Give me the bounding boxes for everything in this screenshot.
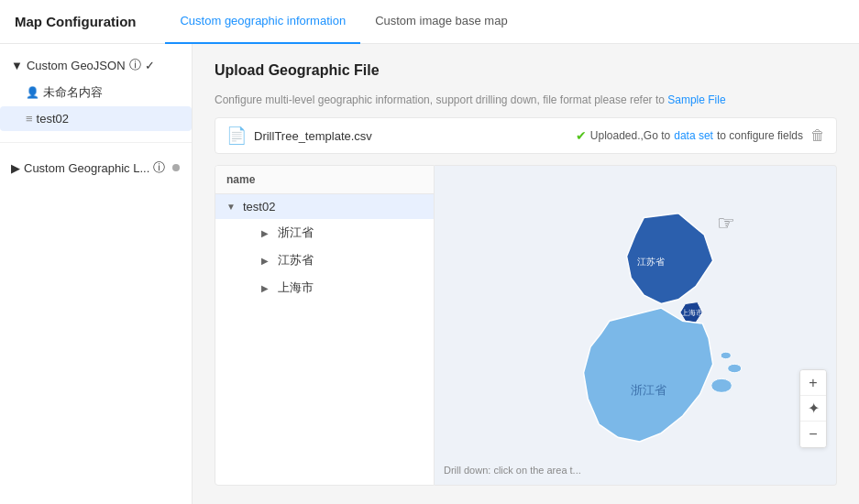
tree-label-zhejiang: 浙江省: [278, 225, 314, 241]
island3: [721, 352, 731, 359]
file-status-area: ✔ Uploaded.,Go to data set to configure …: [576, 128, 803, 143]
zoom-in-button[interactable]: +: [800, 370, 826, 396]
tree-label-jiangsu: 江苏省: [278, 252, 314, 268]
file-name-label: DrillTree_template.csv: [254, 129, 568, 143]
geojson-badge: ✓: [145, 59, 155, 72]
info-icon: ⓘ: [129, 57, 141, 73]
sidebar-geo-layer-header[interactable]: ▶ Custom Geographic L... ⓘ: [0, 154, 192, 181]
upload-desc-text: Configure multi-level geographic informa…: [215, 93, 665, 106]
island2: [728, 364, 742, 372]
shanghai-label: 上海市: [681, 308, 703, 317]
map-panel[interactable]: 江苏省 上海市 浙江省 ☞ + ✦: [435, 165, 837, 486]
file-upload-row: 📄 DrillTree_template.csv ✔ Uploaded.,Go …: [215, 117, 837, 154]
map-controls: + ✦ −: [799, 369, 827, 448]
tab-img[interactable]: Custom image base map: [360, 0, 523, 44]
zoom-out-button[interactable]: −: [800, 422, 826, 447]
sidebar-geojson-label: Custom GeoJSON: [27, 59, 126, 72]
file-status-text: Uploaded.,Go to: [590, 129, 670, 142]
sidebar-geo-layer-label: Custom Geographic L...: [24, 161, 149, 175]
tree-row-jiangsu[interactable]: ▶ 江苏省: [215, 247, 434, 274]
sidebar-geojson-section: ▼ Custom GeoJSON ⓘ ✓ 👤 未命名内容 ≡ test02: [0, 44, 192, 138]
reset-button[interactable]: ✦: [800, 396, 826, 422]
tree-row-zhejiang[interactable]: ▶ 浙江省: [215, 219, 434, 247]
tab-geo[interactable]: Custom geographic information: [165, 0, 360, 44]
upload-description: Configure multi-level geographic informa…: [215, 93, 837, 106]
sidebar-item-test02[interactable]: ≡ test02: [0, 106, 192, 131]
map-svg: 江苏省 上海市 浙江省: [435, 166, 836, 485]
upload-title: Upload Geographic File: [215, 62, 837, 79]
dot-indicator: [172, 164, 180, 171]
tree-arrow-test02: ▼: [226, 202, 237, 212]
user-icon: 👤: [26, 86, 39, 99]
file-status-suffix: to configure fields: [717, 129, 803, 142]
sidebar-item-unnamed[interactable]: 👤 未命名内容: [0, 79, 192, 106]
island1: [711, 378, 732, 392]
tree-arrow-jiangsu: ▶: [261, 256, 272, 266]
tree-label-test02: test02: [243, 200, 275, 214]
region-zhejiang[interactable]: [584, 308, 713, 442]
jiangsu-label: 江苏省: [637, 257, 665, 267]
tree-row-shanghai[interactable]: ▶ 上海市: [215, 274, 434, 301]
sample-file-link[interactable]: Sample File: [667, 93, 725, 106]
tab-bar: Custom geographic information Custom ima…: [165, 0, 522, 44]
stack-icon: ≡: [26, 112, 33, 126]
check-icon: ✔: [576, 128, 587, 143]
app-title: Map Configuration: [15, 14, 136, 29]
tree-arrow-shanghai: ▶: [261, 283, 272, 293]
tree-map-split: name ▼ test02 ▶ 浙江省 ▶ 江苏省 ▶: [215, 165, 837, 486]
csv-file-icon: 📄: [226, 126, 247, 146]
dataset-link[interactable]: data set: [674, 129, 713, 142]
content-area: Upload Geographic File Configure multi-l…: [193, 44, 859, 504]
sidebar-geo-layers-section: ▶ Custom Geographic L... ⓘ: [0, 147, 192, 189]
zhejiang-label: 浙江省: [631, 383, 666, 397]
sidebar-label-unnamed: 未命名内容: [43, 84, 103, 101]
sidebar: ▼ Custom GeoJSON ⓘ ✓ 👤 未命名内容 ≡ test02 ▶ …: [0, 44, 193, 504]
sidebar-label-test02: test02: [37, 112, 69, 126]
app-header: Map Configuration Custom geographic info…: [0, 0, 859, 44]
sidebar-divider: [0, 142, 192, 143]
file-delete-button[interactable]: 🗑: [810, 127, 825, 144]
tree-label-shanghai: 上海市: [278, 279, 314, 296]
expand-arrow-icon: ▼: [11, 59, 23, 72]
tree-arrow-zhejiang: ▶: [261, 228, 272, 238]
sidebar-geojson-header[interactable]: ▼ Custom GeoJSON ⓘ ✓: [0, 51, 192, 79]
info-icon-2: ⓘ: [153, 159, 165, 176]
tree-row-test02[interactable]: ▼ test02: [215, 194, 434, 219]
collapsed-arrow-icon: ▶: [11, 161, 20, 175]
drill-text: Drill down: click on the area t...: [444, 465, 581, 476]
tree-header: name: [215, 166, 434, 194]
tree-panel: name ▼ test02 ▶ 浙江省 ▶ 江苏省 ▶: [215, 165, 435, 486]
main-layout: ▼ Custom GeoJSON ⓘ ✓ 👤 未命名内容 ≡ test02 ▶ …: [0, 44, 859, 504]
